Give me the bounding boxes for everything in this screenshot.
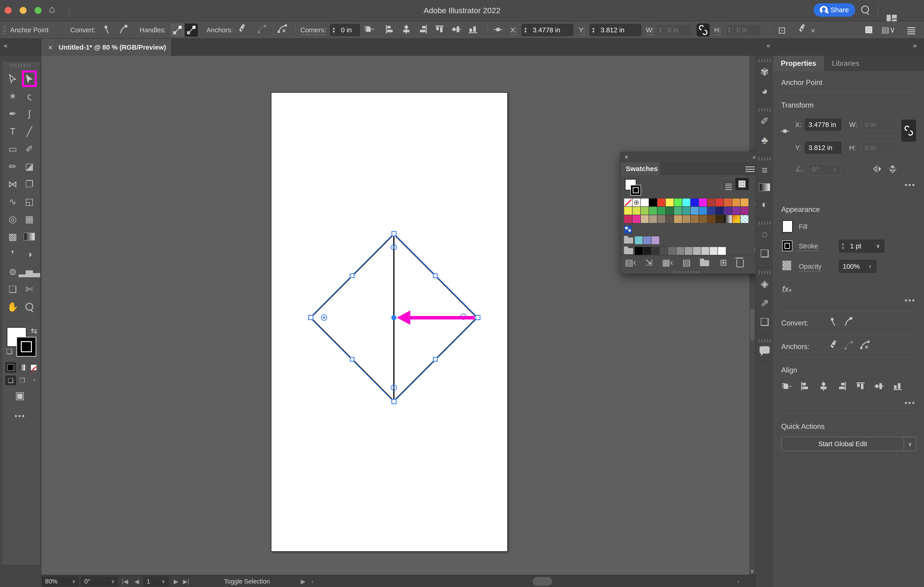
curvature-tool[interactable]: ʃ	[21, 105, 38, 123]
default-fill-stroke-icon[interactable]: ❏	[6, 347, 13, 355]
add-anchor-pen-icon[interactable]	[237, 24, 247, 34]
swatch[interactable]	[693, 247, 701, 255]
swatch[interactable]	[624, 225, 632, 234]
magic-wand-tool[interactable]: ✶	[4, 87, 21, 105]
edit-toolbar-icon[interactable]: •••	[15, 411, 26, 421]
swatch-scroll-up-icon[interactable]: ∧	[754, 201, 756, 207]
mesh-tool[interactable]: ▩	[4, 228, 21, 245]
swatch[interactable]	[640, 207, 649, 215]
free-transform-tool[interactable]: ◱	[21, 193, 38, 210]
add-to-library-icon[interactable]: ⇲	[645, 257, 653, 268]
eraser-tool[interactable]: ◪	[21, 158, 38, 175]
gradient-panel-icon[interactable]	[759, 183, 770, 191]
swatch[interactable]	[649, 215, 657, 223]
swatch[interactable]	[699, 215, 707, 223]
first-artboard-icon[interactable]: |◀	[122, 578, 128, 585]
stroke-swatch[interactable]	[782, 240, 792, 251]
swatch[interactable]	[640, 215, 649, 223]
global-edit-dropdown[interactable]: ∨	[904, 437, 916, 451]
swatch-options-icon[interactable]: ▤	[682, 257, 691, 268]
lasso-tool[interactable]: ς	[21, 87, 38, 105]
search-icon[interactable]	[861, 5, 869, 13]
swatch[interactable]	[699, 207, 707, 215]
stroke-weight-input[interactable]: 1 pt	[847, 240, 872, 253]
swatch[interactable]	[682, 207, 690, 215]
next-artboard-icon[interactable]: ▶	[174, 578, 178, 585]
swatch[interactable]	[715, 198, 724, 207]
brushes-panel-icon[interactable]: ✐	[761, 115, 769, 127]
swatch[interactable]	[718, 247, 726, 255]
swatch[interactable]	[715, 207, 724, 215]
swatch[interactable]	[674, 198, 682, 207]
width-tool[interactable]: ∿	[4, 193, 21, 210]
swatch[interactable]	[699, 198, 707, 207]
anchors-remove-icon[interactable]	[844, 340, 854, 350]
swatch[interactable]	[651, 247, 660, 255]
draw-behind-button[interactable]: ❐	[17, 376, 28, 385]
pen-tool[interactable]: ✒	[4, 105, 21, 123]
reference-point-icon[interactable]	[493, 25, 503, 35]
tab-properties[interactable]: Properties	[773, 56, 824, 71]
slice-tool[interactable]: ✄	[21, 280, 38, 298]
stroke-stepper[interactable]: ∧∨	[839, 240, 847, 253]
mini-stroke-chip[interactable]	[630, 185, 641, 196]
hand-tool[interactable]: ✋	[4, 298, 21, 316]
swatch[interactable]	[724, 207, 732, 215]
controlbar-grip[interactable]	[3, 26, 6, 34]
gradient-tool[interactable]	[21, 228, 38, 245]
x-input[interactable]: 3.4778 in	[530, 24, 573, 36]
y-input[interactable]: 3.812 in	[597, 24, 641, 36]
swatch[interactable]	[707, 198, 715, 207]
rectangle-tool[interactable]: ▭	[4, 140, 21, 158]
y-stepper[interactable]: ▲▼	[589, 24, 597, 36]
opacity-swatch[interactable]	[782, 260, 791, 271]
dock-collapse-right-icon[interactable]: »	[913, 41, 917, 49]
swatch[interactable]	[724, 198, 732, 207]
swatch[interactable]	[624, 207, 632, 215]
transparency-panel-icon[interactable]: ◐	[762, 199, 768, 210]
swatch[interactable]	[707, 215, 715, 223]
close-panel-icon[interactable]: ×	[624, 153, 629, 161]
swatch[interactable]	[635, 247, 643, 255]
perspective-grid-tool[interactable]: ▦	[21, 210, 38, 228]
status-selection-label[interactable]: Toggle Selection	[224, 578, 270, 585]
swatch[interactable]	[740, 207, 749, 215]
anchors-cut-icon[interactable]	[860, 340, 870, 350]
flip-vertical-icon[interactable]	[888, 164, 898, 174]
tab-libraries[interactable]: Libraries	[824, 56, 867, 71]
reflect-tool[interactable]: ⋈	[4, 175, 21, 193]
swatch[interactable]	[632, 215, 640, 223]
dock-grip[interactable]	[759, 108, 771, 112]
draw-normal-button[interactable]: ❏	[5, 376, 16, 385]
prop-align-vcenter-icon[interactable]	[874, 381, 884, 391]
prop-x-input[interactable]: 3.4778 in	[805, 118, 841, 131]
selection-tool[interactable]	[4, 70, 21, 87]
swatch[interactable]	[740, 198, 749, 207]
convert-corner-icon[interactable]	[102, 25, 112, 35]
eyedropper-tool[interactable]: ❜	[4, 245, 21, 263]
dock-grip[interactable]	[759, 59, 771, 62]
stroke-color-chip[interactable]	[16, 337, 36, 357]
hide-handles-button[interactable]	[185, 23, 198, 36]
swatch[interactable]	[724, 215, 732, 223]
stroke-panel-icon[interactable]: ≡	[762, 164, 767, 176]
swatch[interactable]	[665, 207, 674, 215]
swatch[interactable]	[732, 198, 740, 207]
artboard-number-field[interactable]: 1∨	[143, 577, 168, 586]
corners-input[interactable]: 0 in	[338, 24, 360, 36]
blend-tool[interactable]: ◑	[21, 245, 38, 263]
swatch[interactable]	[624, 198, 632, 207]
isolate-pen-icon[interactable]	[797, 24, 807, 34]
prop-y-input[interactable]: 3.812 in	[805, 142, 841, 154]
fill-label[interactable]: Fill	[799, 223, 807, 230]
swatch[interactable]	[665, 198, 674, 207]
asset-export-panel-icon[interactable]: ❑	[760, 316, 769, 328]
toolbar-grip[interactable]	[10, 64, 32, 67]
color-group-folder-icon[interactable]	[624, 238, 633, 243]
stroke-label[interactable]: Stroke	[799, 242, 818, 251]
cb-align-hcenter-icon[interactable]	[401, 24, 412, 35]
swatch[interactable]	[690, 215, 699, 223]
zoom-tool[interactable]	[21, 298, 38, 316]
swatches-menu-icon[interactable]	[746, 166, 755, 167]
draw-inside-button[interactable]: ◔	[28, 376, 39, 385]
